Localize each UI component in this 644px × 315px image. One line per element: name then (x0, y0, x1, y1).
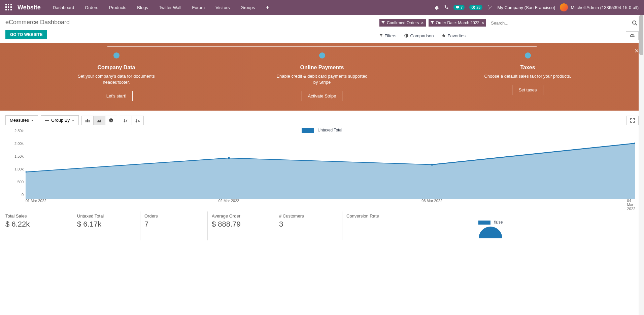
stat-value: $ 6.17k (77, 220, 136, 229)
y-tick: 0 (22, 193, 24, 197)
page-title: eCommerce Dashboard (5, 19, 70, 26)
nav-add-icon[interactable]: + (260, 4, 275, 11)
sort-asc-icon (135, 118, 140, 123)
stat-conversion-rate: Conversion Rate false (342, 211, 639, 240)
legend-swatch (478, 221, 490, 225)
step-dot-icon (319, 52, 325, 58)
filter-icon (431, 21, 434, 25)
expand-button[interactable] (626, 116, 639, 125)
measures-label: Measures (10, 118, 29, 123)
stat-label: Conversion Rate (346, 213, 635, 219)
search-icon[interactable] (631, 19, 639, 27)
step-title: Taxes (425, 65, 631, 71)
svg-rect-3 (86, 120, 87, 122)
user-name: Mitchell Admin (13365394-15-0-all) (571, 5, 639, 10)
y-tick: 500 (18, 180, 24, 184)
nav-item-orders[interactable]: Orders (79, 1, 104, 14)
nav-item-visitors[interactable]: Visitors (210, 1, 235, 14)
bar-chart-button[interactable] (81, 116, 94, 125)
pie-chart-icon (109, 118, 113, 123)
dashboard-view-button[interactable] (626, 31, 639, 40)
filter-row: Filters Comparison Favorites (379, 31, 639, 40)
caret-down-icon (72, 119, 74, 122)
chart-legend[interactable]: Untaxed Total (5, 128, 639, 133)
nav-menu: Dashboard Orders Products Blogs Twitter … (47, 1, 260, 14)
company-switcher[interactable]: My Company (San Francisco) (497, 5, 555, 10)
chart-points (26, 135, 635, 199)
avatar (560, 3, 568, 11)
tools-icon[interactable] (487, 5, 493, 10)
user-menu[interactable]: Mitchell Admin (13365394-15-0-all) (560, 3, 639, 11)
control-panel: eCommerce Dashboard GO TO WEBSITE Confir… (0, 15, 644, 43)
step-title: Company Data (13, 65, 219, 71)
search-bar: Confirmed Orders × Order Date: March 202… (379, 19, 639, 27)
svg-point-9 (431, 164, 433, 166)
nav-item-blogs[interactable]: Blogs (132, 1, 154, 14)
measures-dropdown[interactable]: Measures (5, 115, 38, 125)
x-tick: 01 Mar 2022 (26, 199, 46, 203)
lets-start-button[interactable]: Let's start! (100, 91, 133, 101)
pie-legend[interactable]: false (346, 220, 635, 225)
filters-dropdown[interactable]: Filters (379, 33, 396, 38)
top-navbar: Website Dashboard Orders Products Blogs … (0, 0, 644, 15)
favorites-label: Favorites (447, 33, 465, 38)
y-tick: 2.00k (14, 142, 24, 146)
favorites-dropdown[interactable]: Favorites (442, 33, 465, 38)
stat-value: $ 888.79 (212, 220, 271, 229)
sort-desc-icon (124, 118, 128, 123)
stat-label: Total Sales (5, 213, 69, 219)
facet-remove-icon[interactable]: × (481, 20, 484, 26)
messages-badge[interactable]: 7 (453, 5, 465, 10)
x-axis: 01 Mar 2022 02 Mar 2022 03 Mar 2022 04 M… (26, 199, 635, 205)
chart-type-buttons (81, 116, 117, 125)
close-icon[interactable]: × (635, 47, 639, 55)
nav-item-forum[interactable]: Forum (187, 1, 210, 14)
search-facet-confirmed-orders[interactable]: Confirmed Orders × (379, 19, 426, 27)
groupby-label: Group By (51, 118, 70, 123)
area-chart: 0 500 1.00k 1.50k 2.00k 2.50k 01 Mar 202… (9, 135, 639, 205)
set-taxes-button[interactable]: Set taxes (512, 85, 543, 95)
line-chart-button[interactable] (93, 116, 105, 125)
sort-desc-button[interactable] (120, 116, 132, 125)
go-to-website-button[interactable]: GO TO WEBSITE (5, 30, 47, 39)
y-tick: 1.50k (14, 154, 24, 158)
nav-item-dashboard[interactable]: Dashboard (47, 1, 80, 14)
facet-remove-icon[interactable]: × (421, 20, 423, 26)
app-brand[interactable]: Website (18, 4, 41, 11)
apps-switcher-icon[interactable] (5, 4, 12, 11)
progress-line (107, 46, 537, 47)
step-dot-icon (113, 52, 120, 58)
activate-stripe-button[interactable]: Activate Stripe (302, 91, 343, 101)
chart-container: Untaxed Total 0 500 1.00k 1.50k 2.00k 2.… (0, 128, 644, 209)
search-input[interactable] (489, 19, 631, 27)
legend-swatch (302, 128, 314, 133)
graph-toolbar: Measures Group By (0, 111, 644, 128)
onboarding-banner: × Company Data Set your company's data f… (0, 43, 644, 111)
nav-item-twitter-wall[interactable]: Twitter Wall (154, 1, 187, 14)
star-icon (442, 34, 446, 38)
nav-item-products[interactable]: Products (104, 1, 132, 14)
step-desc: Set your company's data for documents he… (69, 73, 164, 85)
step-dot-icon (525, 52, 531, 58)
pie-chart-partial (479, 227, 502, 238)
comparison-dropdown[interactable]: Comparison (404, 33, 434, 38)
x-tick: 04 Mar 2022 (627, 199, 635, 211)
pie-chart-button[interactable] (105, 116, 117, 125)
nav-item-groups[interactable]: Groups (235, 1, 261, 14)
comparison-icon (404, 34, 408, 38)
activities-badge[interactable]: 25 (469, 5, 482, 10)
scroll-thumb[interactable] (639, 15, 643, 55)
stat-value: 3 (279, 220, 338, 229)
search-facet-order-date[interactable]: Order Date: March 2022 × (429, 19, 486, 27)
phone-icon[interactable] (444, 5, 449, 10)
x-tick: 03 Mar 2022 (421, 199, 442, 203)
facet-label: Order Date: March 2022 (436, 21, 479, 25)
scrollbar[interactable] (639, 15, 644, 243)
plot-area (26, 135, 635, 199)
svg-rect-4 (87, 119, 88, 122)
groupby-dropdown[interactable]: Group By (41, 115, 79, 125)
stat-untaxed-total: Untaxed Total $ 6.17k (73, 211, 140, 240)
bug-icon[interactable] (434, 5, 439, 10)
stats-row: Total Sales $ 6.22k Untaxed Total $ 6.17… (0, 209, 644, 243)
sort-asc-button[interactable] (132, 116, 144, 125)
